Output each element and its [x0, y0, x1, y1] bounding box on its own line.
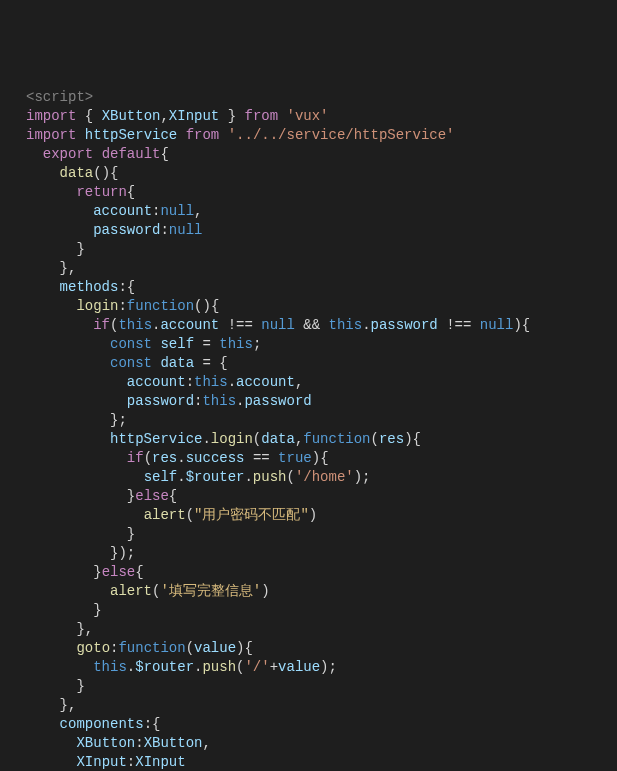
fn-alert: alert	[144, 507, 186, 523]
id-xinput: XInput	[169, 108, 219, 124]
fn-goto: goto	[76, 640, 110, 656]
id-router: $router	[186, 469, 245, 485]
id-success: success	[186, 450, 245, 466]
id-self: self	[160, 336, 194, 352]
str-httpservice-path: '../../service/httpService'	[228, 127, 455, 143]
str-alert2: '填写完整信息'	[160, 583, 261, 599]
id-account: account	[93, 203, 152, 219]
id-password: password	[93, 222, 160, 238]
id-xbutton: XButton	[102, 108, 161, 124]
id-res: res	[379, 431, 404, 447]
fn-data: data	[60, 165, 94, 181]
fn-push: push	[253, 469, 287, 485]
id-components: components	[60, 716, 144, 732]
kw-import: import	[26, 108, 76, 124]
str-slash: '/'	[244, 659, 269, 675]
str-home: '/home'	[295, 469, 354, 485]
id-value: value	[194, 640, 236, 656]
id-methods: methods	[60, 279, 119, 295]
id-httpservice: httpService	[85, 127, 177, 143]
str-alert1: "用户密码不匹配"	[194, 507, 309, 523]
tag-open: <script>	[26, 89, 93, 105]
str-vux: 'vux'	[287, 108, 329, 124]
fn-login: login	[76, 298, 118, 314]
code-block: <script> import { XButton,XInput } from …	[26, 88, 591, 771]
